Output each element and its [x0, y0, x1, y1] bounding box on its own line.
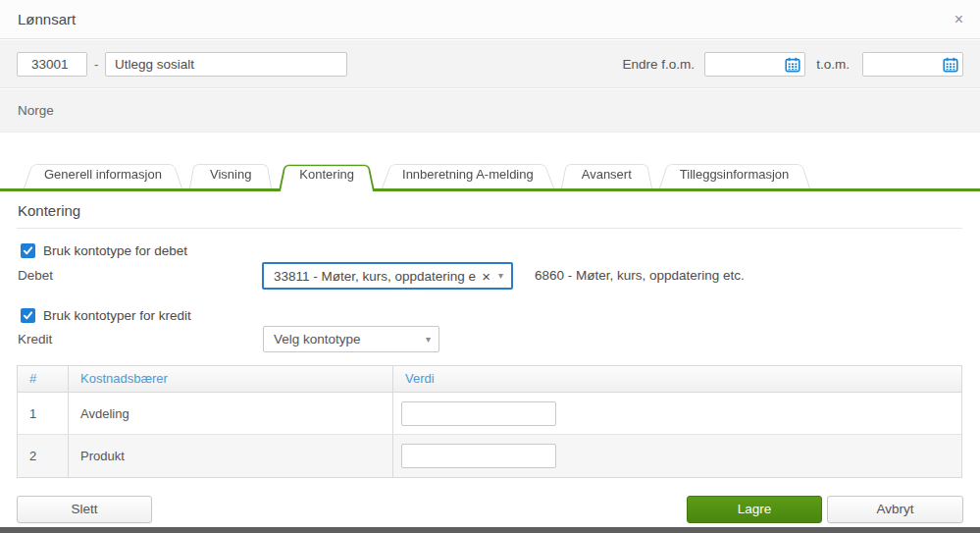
- tab-label: Generell informasjon: [44, 167, 162, 182]
- table-row: 2 Produkt: [18, 435, 961, 477]
- dialog-title: Lønnsart: [18, 0, 76, 39]
- dialog-titlebar: Lønnsart ×: [0, 0, 980, 39]
- chevron-down-icon[interactable]: ▾: [496, 271, 511, 281]
- calendar-icon[interactable]: [785, 57, 800, 73]
- row-value-cell: [393, 393, 961, 434]
- kredit-kontotype-select[interactable]: Velg kontotype ▾: [263, 326, 439, 352]
- debet-checkbox-row[interactable]: Bruk kontotype for debet: [21, 243, 187, 258]
- kredit-select-value: Velg kontotype: [264, 332, 424, 346]
- delete-button[interactable]: Slett: [17, 496, 152, 523]
- tom-input[interactable]: [863, 54, 943, 75]
- debet-account-hint: 6860 - Møter, kurs, oppdatering etc.: [535, 262, 745, 290]
- checkbox-checked-icon[interactable]: [21, 243, 35, 258]
- column-header-verdi: Verdi: [393, 366, 961, 392]
- section-title: Kontering: [18, 202, 80, 219]
- clear-icon[interactable]: ×: [476, 269, 496, 284]
- tab-label: Tilleggsinformasjon: [680, 167, 790, 182]
- kredit-checkbox-label: Bruk kontotyper for kredit: [43, 308, 191, 323]
- tab-kontering[interactable]: Kontering: [279, 161, 375, 188]
- tab-avansert[interactable]: Avansert: [561, 161, 652, 188]
- row-num: 2: [18, 435, 69, 477]
- row-name: Avdeling: [69, 393, 393, 434]
- lonnsart-dialog: Lønnsart × - Endre f.o.m.: [0, 0, 980, 533]
- debet-checkbox-label: Bruk kontotype for debet: [43, 243, 187, 258]
- tab-bar: Generell informasjon Visning Kontering I…: [24, 161, 816, 188]
- debet-select-value: 33811 - Møter, kurs, oppdatering etc.: [264, 269, 476, 284]
- kredit-checkbox-row[interactable]: Bruk kontotyper for kredit: [21, 308, 191, 323]
- endre-fom-input[interactable]: [705, 54, 785, 75]
- wage-type-code-input[interactable]: [17, 52, 87, 77]
- close-icon[interactable]: ×: [954, 0, 963, 39]
- verdi-input-produkt[interactable]: [401, 444, 556, 468]
- country-band: Norge: [0, 89, 980, 133]
- wage-type-name-input[interactable]: [105, 52, 347, 77]
- page-behind-modal-strip: [0, 527, 980, 533]
- tab-generell-informasjon[interactable]: Generell informasjon: [24, 161, 182, 188]
- tab-label: Innberetning A-melding: [402, 167, 534, 182]
- column-header-num: #: [18, 366, 69, 392]
- header-band: - Endre f.o.m. t.o.m.: [0, 40, 980, 88]
- tom-field[interactable]: [862, 52, 963, 77]
- tab-label: Avansert: [582, 167, 632, 182]
- tab-tilleggsinformasjon[interactable]: Tilleggsinformasjon: [659, 161, 810, 188]
- verdi-input-avdeling[interactable]: [401, 401, 556, 426]
- checkbox-checked-icon[interactable]: [21, 308, 35, 323]
- chevron-down-icon[interactable]: ▾: [424, 335, 438, 345]
- debet-kontotype-select[interactable]: 33811 - Møter, kurs, oppdatering etc. × …: [262, 262, 513, 290]
- kostnadsbaerer-table: # Kostnadsbærer Verdi 1 Avdeling 2 Produ…: [17, 365, 962, 478]
- section-divider: [17, 228, 962, 229]
- code-name-separator: -: [94, 52, 98, 77]
- tabs-underline: [0, 188, 980, 191]
- endre-fom-label: Endre f.o.m.: [608, 40, 695, 88]
- kredit-label: Kredit: [18, 326, 52, 352]
- column-header-kostnadsbaerer: Kostnadsbærer: [69, 366, 393, 392]
- tab-innberetning-a-melding[interactable]: Innberetning A-melding: [382, 161, 554, 188]
- debet-label: Debet: [18, 262, 53, 290]
- tom-label: t.o.m.: [806, 40, 850, 88]
- row-name: Produkt: [69, 435, 393, 477]
- tab-label: Kontering: [299, 167, 354, 182]
- endre-fom-field[interactable]: [704, 52, 805, 77]
- country-label: Norge: [18, 89, 54, 133]
- table-row: 1 Avdeling: [18, 393, 961, 435]
- cancel-button[interactable]: Avbryt: [827, 496, 963, 523]
- table-header-row: # Kostnadsbærer Verdi: [18, 366, 961, 393]
- calendar-icon[interactable]: [943, 57, 958, 73]
- tab-visning[interactable]: Visning: [189, 161, 272, 188]
- tab-label: Visning: [210, 167, 251, 182]
- save-button[interactable]: Lagre: [687, 496, 822, 523]
- row-value-cell: [393, 435, 961, 477]
- row-num: 1: [18, 393, 69, 434]
